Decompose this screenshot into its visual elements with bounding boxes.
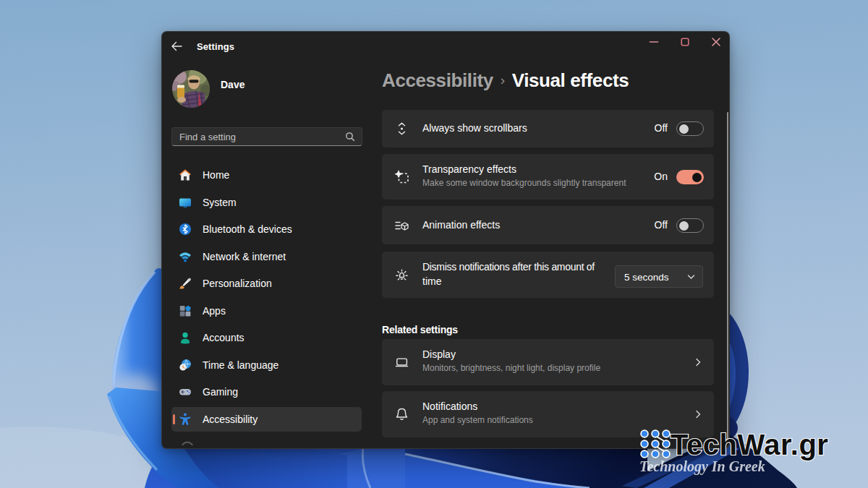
svg-text:Technology In Greek: Technology In Greek xyxy=(639,458,765,475)
svg-text:TechWar.gr: TechWar.gr xyxy=(671,429,828,461)
